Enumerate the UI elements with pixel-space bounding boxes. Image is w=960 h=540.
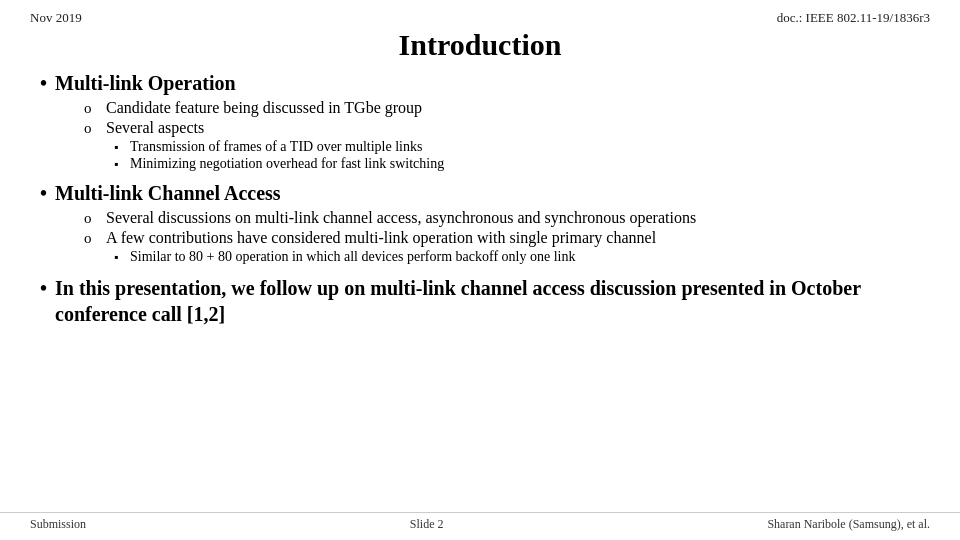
sub-item-2-1: o Several discussions on multi-link chan… (84, 209, 920, 227)
sub-item-1-2: o Several aspects (84, 119, 920, 137)
footer-left: Submission (30, 517, 86, 532)
sub-sub-list-2: ▪ Similar to 80 + 80 operation in which … (114, 249, 920, 265)
square-bullet-1-2: ▪ (114, 157, 124, 172)
sub-sub-item-1-1-text: Transmission of frames of a TID over mul… (130, 139, 422, 155)
main-bullet-3: • In this presentation, we follow up on … (40, 275, 920, 327)
sub-list-1: o Candidate feature being discussed in T… (84, 99, 920, 172)
sub-item-o-1-1: o (84, 100, 98, 117)
sub-list-2: o Several discussions on multi-link chan… (84, 209, 920, 265)
sub-item-1-1-text: Candidate feature being discussed in TGb… (106, 99, 422, 117)
title-section: Introduction (0, 28, 960, 62)
sub-sub-item-1-1: ▪ Transmission of frames of a TID over m… (114, 139, 920, 155)
sub-item-o-2-2: o (84, 230, 98, 247)
sub-item-2-2-text: A few contributions have considered mult… (106, 229, 656, 247)
sub-item-2-1-text: Several discussions on multi-link channe… (106, 209, 696, 227)
sub-sub-item-2-1: ▪ Similar to 80 + 80 operation in which … (114, 249, 920, 265)
sub-sub-item-1-2-text: Minimizing negotiation overhead for fast… (130, 156, 444, 172)
main-bullet-2: • Multi-link Channel Access (40, 182, 920, 205)
bullet-dot-3: • (40, 277, 47, 300)
square-bullet-1-1: ▪ (114, 140, 124, 155)
bullet-section-3: • In this presentation, we follow up on … (40, 275, 920, 327)
bullet-dot-2: • (40, 182, 47, 205)
bullet-section-1: • Multi-link Operation o Candidate featu… (40, 72, 920, 172)
slide: Nov 2019 doc.: IEEE 802.11-19/1836r3 Int… (0, 0, 960, 540)
footer-center: Slide 2 (410, 517, 444, 532)
content-area: • Multi-link Operation o Candidate featu… (0, 72, 960, 327)
footer: Submission Slide 2 Sharan Naribole (Sams… (0, 512, 960, 532)
bullet-dot-1: • (40, 72, 47, 95)
sub-sub-list-1: ▪ Transmission of frames of a TID over m… (114, 139, 920, 172)
header: Nov 2019 doc.: IEEE 802.11-19/1836r3 (0, 0, 960, 26)
main-bullet-1: • Multi-link Operation (40, 72, 920, 95)
bullet-section-2: • Multi-link Channel Access o Several di… (40, 182, 920, 265)
header-date: Nov 2019 (30, 10, 82, 26)
sub-item-o-1-2: o (84, 120, 98, 137)
sub-item-1-1: o Candidate feature being discussed in T… (84, 99, 920, 117)
main-bullet-2-label: Multi-link Channel Access (55, 182, 281, 205)
slide-title: Introduction (399, 28, 562, 61)
sub-item-o-2-1: o (84, 210, 98, 227)
sub-sub-item-1-2: ▪ Minimizing negotiation overhead for fa… (114, 156, 920, 172)
main-bullet-1-label: Multi-link Operation (55, 72, 236, 95)
sub-item-2-2: o A few contributions have considered mu… (84, 229, 920, 247)
main-bullet-3-label: In this presentation, we follow up on mu… (55, 275, 920, 327)
sub-sub-item-2-1-text: Similar to 80 + 80 operation in which al… (130, 249, 575, 265)
sub-item-1-2-text: Several aspects (106, 119, 204, 137)
square-bullet-2-1: ▪ (114, 250, 124, 265)
footer-right: Sharan Naribole (Samsung), et al. (767, 517, 930, 532)
header-doc: doc.: IEEE 802.11-19/1836r3 (777, 10, 930, 26)
